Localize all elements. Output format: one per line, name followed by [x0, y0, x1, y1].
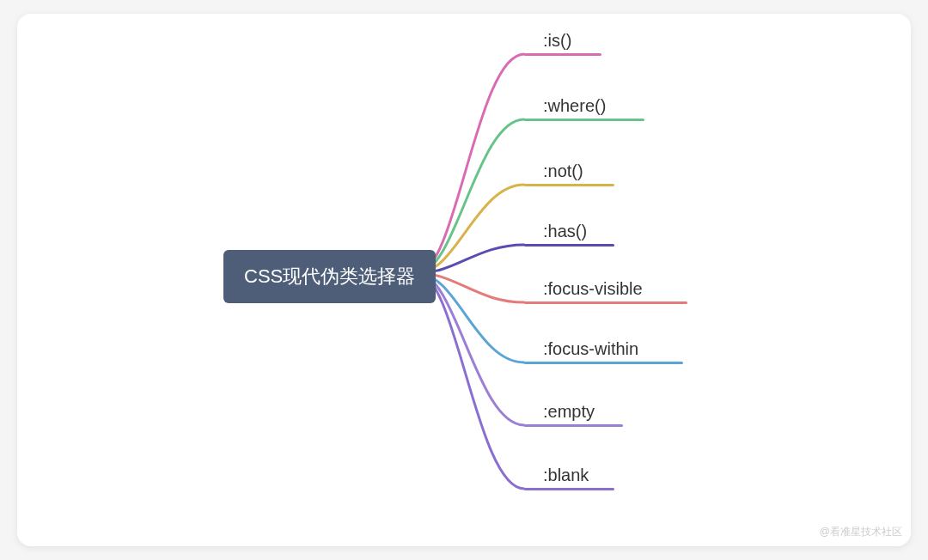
child-node-is: :is() [543, 31, 571, 51]
connector-lines [17, 14, 911, 546]
child-underline-is [524, 53, 601, 56]
child-node-where: :where() [543, 96, 606, 116]
watermark: @看准星技术社区 [820, 525, 902, 539]
child-node-not: :not() [543, 161, 583, 181]
child-underline-empty [524, 424, 623, 427]
child-underline-has [524, 244, 614, 247]
child-node-empty: :empty [543, 402, 595, 422]
child-underline-blank [524, 488, 614, 490]
child-underline-focus-within [524, 362, 683, 364]
child-underline-not [524, 184, 614, 186]
child-underline-focus-visible [524, 301, 687, 304]
child-node-focus-within: :focus-within [543, 339, 638, 359]
root-node: CSS现代伪类选择器 [223, 250, 436, 303]
child-node-blank: :blank [543, 466, 589, 485]
child-node-has: :has() [543, 222, 587, 241]
child-underline-where [524, 119, 644, 121]
child-node-focus-visible: :focus-visible [543, 279, 643, 299]
mindmap-card: CSS现代伪类选择器 :is() :where() :not() :has() … [17, 14, 911, 546]
